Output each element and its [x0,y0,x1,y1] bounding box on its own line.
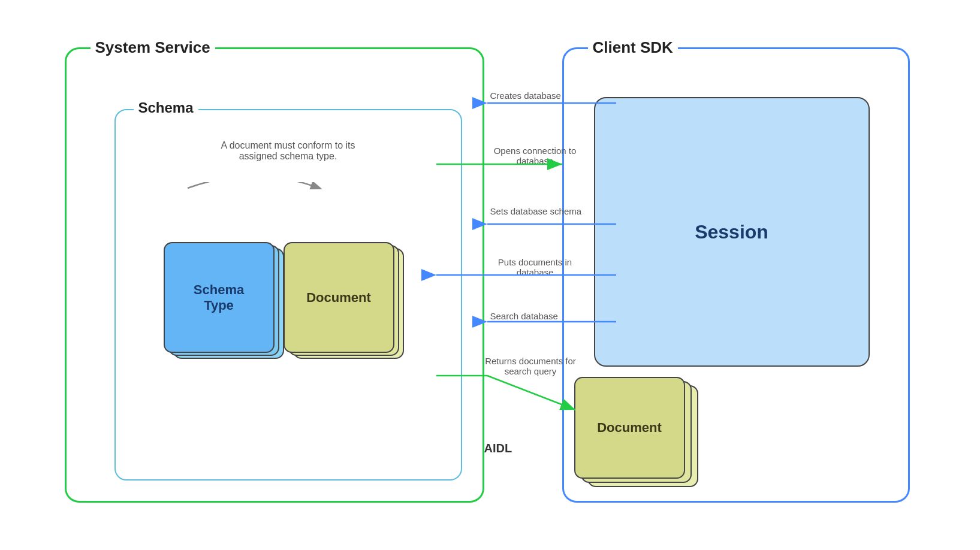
session-card: Session [594,97,870,367]
diagram-container: System Service Schema A document must co… [41,23,940,527]
arrow-label-creates-db: Creates database [490,90,561,101]
arrow-label-opens-connection: Opens connection todatabase [490,146,580,166]
schema-box: Schema A document must conform to its as… [114,109,462,481]
schema-type-card: SchemaType [164,242,275,353]
arrow-label-search-db: Search database [490,311,558,321]
schema-label: Schema [134,99,198,116]
document-card: Document [284,242,394,353]
document-stack: Document [284,242,403,362]
schema-curve-arrow-svg [152,182,355,230]
arrow-label-sets-schema: Sets database schema [490,206,582,216]
arrow-label-puts-docs: Puts documents indatabase [490,257,580,277]
schema-description: A document must conform to its assigned … [210,140,366,162]
system-service-label: System Service [91,38,215,57]
system-service-box: System Service Schema A document must co… [65,47,484,503]
arrow-label-returns-docs: Returns documents forsearch query [484,356,577,376]
client-sdk-label: Client SDK [588,38,678,57]
aidl-label: AIDL [484,442,512,455]
schema-type-stack: SchemaType [164,242,284,362]
sdk-document-card: Document [574,377,685,479]
